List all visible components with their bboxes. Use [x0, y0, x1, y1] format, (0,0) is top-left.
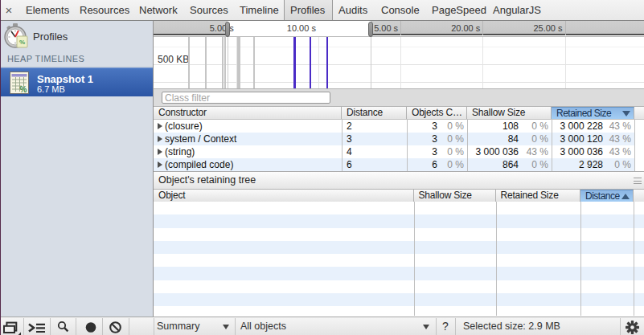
tab-elements[interactable]: Elements	[20, 0, 74, 20]
allocation-bar-freed	[205, 37, 207, 88]
statusbar-separator	[436, 318, 437, 335]
column-divider	[467, 120, 468, 171]
statusbar-separator	[455, 318, 456, 335]
selection-right-handle[interactable]	[368, 22, 373, 37]
constructor-row[interactable]: (string)430 %3 000 03643 %3 000 03643 %	[154, 145, 634, 158]
column-header-object[interactable]: Object	[154, 190, 414, 202]
constructor-row[interactable]: (compiled code)660 %8640 %2 9280 %	[154, 158, 634, 171]
ruler-divider-line	[565, 21, 566, 35]
retained-size-percent: 0 %	[559, 158, 631, 171]
tab-profiles[interactable]: Profiles	[284, 0, 333, 20]
retained-size-percent: 43 %	[559, 120, 631, 133]
sort-ascending-icon	[621, 194, 630, 199]
chart-time-gridline	[482, 37, 483, 88]
chart-time-gridline	[400, 37, 401, 88]
selection-boundary-line	[371, 37, 371, 88]
column-header-distance[interactable]: Distance	[342, 107, 407, 119]
retained-size-percent: 43 %	[559, 133, 631, 145]
snapshot-size: 6.7 MB	[37, 84, 65, 94]
retaining-tree-title: Object's retaining tree	[158, 174, 256, 186]
constructor-name: (string)	[165, 145, 195, 158]
tab-pagespeed[interactable]: PageSpeed	[426, 0, 487, 20]
constructor-name: (closure)	[165, 120, 203, 133]
show-console-icon[interactable]	[28, 322, 47, 335]
distance-value: 3	[347, 133, 352, 145]
constructor-name: system / Context	[165, 133, 236, 145]
column-header-shallow-size[interactable]: Shallow Size	[414, 190, 496, 202]
column-divider	[580, 202, 581, 316]
statusbar-separator	[620, 318, 621, 335]
allocation-overview-chart[interactable]: 500 KB	[154, 37, 644, 88]
tab-timeline[interactable]: Timeline	[234, 0, 284, 20]
column-header-distance[interactable]: Distance	[580, 190, 634, 202]
clear-profiles-icon[interactable]	[109, 321, 121, 335]
allocation-bar-freed	[222, 37, 224, 88]
snapshot-title: Snapshot 1	[37, 73, 93, 85]
devtools-toolbar: × ElementsResourcesNetworkSourcesTimelin…	[0, 0, 644, 20]
statusbar-separator	[50, 318, 51, 335]
retaining-tree-grid-header: ObjectShallow SizeRetained SizeDistance	[154, 189, 644, 202]
statusbar-separator	[23, 318, 24, 335]
constructor-row[interactable]: system / Context330 %840 %3 000 12043 %	[154, 133, 634, 145]
dropdown-arrow-icon	[223, 325, 229, 329]
tab-audits[interactable]: Audits	[333, 0, 375, 20]
column-divider	[634, 202, 634, 316]
inspect-heap-icon[interactable]	[57, 321, 69, 335]
all-objects-dropdown[interactable]: All objects	[235, 317, 436, 335]
expand-arrow-icon[interactable]	[158, 149, 162, 155]
profiles-launcher-item[interactable]: % Profiles	[1, 21, 153, 51]
constructor-row[interactable]: (closure)230 %1080 %3 000 22843 %	[154, 120, 634, 133]
column-divider	[414, 202, 415, 316]
selection-left-handle[interactable]	[225, 22, 230, 37]
record-heap-icon[interactable]	[85, 322, 96, 335]
allocation-bar-freed	[188, 37, 190, 88]
retained-size-percent: 43 %	[559, 145, 631, 158]
devtools-window: × ElementsResourcesNetworkSourcesTimelin…	[0, 0, 644, 335]
statusbar-separator	[129, 318, 129, 335]
expand-arrow-icon[interactable]	[158, 161, 162, 168]
selection-boundary-line	[228, 37, 228, 88]
statusbar-separator	[76, 318, 76, 335]
sidebar-item-snapshot-1[interactable]: % Snapshot 1 6.7 MB	[1, 67, 153, 96]
dock-side-icon[interactable]	[3, 321, 23, 335]
tab-network[interactable]: Network	[133, 0, 184, 20]
column-divider	[496, 202, 497, 316]
column-header-shallow-size[interactable]: Shallow Size	[467, 107, 552, 119]
constructors-grid-rows: (closure)230 %1080 %3 000 22843 %system …	[154, 120, 644, 171]
column-divider	[634, 120, 635, 171]
summary-dropdown[interactable]: Summary	[154, 317, 235, 335]
constructors-grid-header: ConstructorDistanceObjects C…Shallow Siz…	[154, 106, 644, 120]
column-header-objects-c-[interactable]: Objects C…	[407, 107, 467, 119]
retaining-tree-grid-rows	[154, 202, 644, 316]
allocation-bar-live	[310, 37, 312, 88]
tab-console[interactable]: Console	[375, 0, 426, 20]
distance-value: 6	[347, 158, 352, 171]
allocation-bar-freed	[224, 37, 226, 88]
statusbar-separator	[102, 318, 103, 335]
drag-grip-icon[interactable]	[634, 178, 642, 184]
expand-arrow-icon[interactable]	[158, 136, 162, 142]
selected-size-label: Selected size: 2.9 MB	[463, 317, 560, 335]
distance-value: 4	[347, 145, 352, 158]
column-header-constructor[interactable]: Constructor	[154, 107, 342, 119]
distance-value: 2	[347, 120, 352, 133]
class-filter-input[interactable]	[162, 92, 330, 104]
column-header-retained-size[interactable]: Retained Size	[552, 107, 634, 119]
column-divider	[407, 120, 408, 171]
ruler-divider-line	[400, 21, 401, 35]
allocation-bar-freed	[237, 37, 239, 88]
expand-arrow-icon[interactable]	[158, 123, 162, 129]
tab-angularjs[interactable]: AngularJS	[487, 0, 547, 20]
help-button[interactable]: ?	[439, 317, 452, 335]
status-bar: SummaryAll objects?Selected size: 2.9 MB	[0, 317, 644, 335]
tab-sources[interactable]: Sources	[184, 0, 234, 20]
heap-snapshot-icon: %	[10, 71, 29, 94]
column-header-retained-size[interactable]: Retained Size	[496, 190, 581, 202]
tab-resources[interactable]: Resources	[74, 0, 133, 20]
overview-time-ruler[interactable]: 5.00 s10.00 s5.00 s20.00 s25.00 s	[154, 21, 644, 37]
chart-y-axis-label: 500 KB	[158, 54, 189, 65]
ruler-label: 10.00 s	[260, 21, 316, 36]
settings-gear-icon[interactable]	[626, 321, 639, 335]
close-devtools-button[interactable]: ×	[2, 0, 15, 20]
allocation-bar-freed	[239, 37, 240, 88]
